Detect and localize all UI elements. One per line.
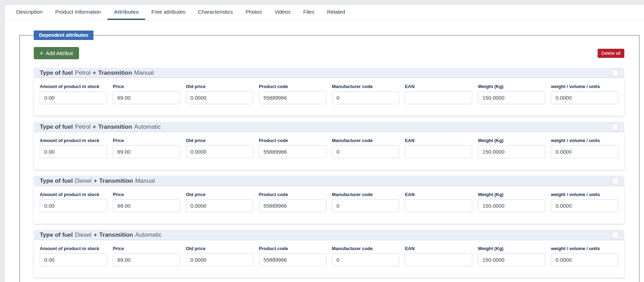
group-trans-value: Manual	[134, 69, 154, 76]
field-label: weight / volume / units	[551, 192, 618, 197]
field-input[interactable]	[332, 199, 399, 212]
group-select-checkbox[interactable]	[612, 124, 618, 130]
field-input[interactable]	[478, 253, 545, 266]
tab-characteristics[interactable]: Characteristics	[192, 5, 239, 20]
field-label: Weight (Kg)	[478, 246, 545, 251]
field-label: Old price	[186, 246, 253, 251]
field: Old price	[186, 84, 253, 104]
field-input[interactable]	[551, 91, 618, 104]
field-input[interactable]	[113, 145, 180, 158]
field-input[interactable]	[405, 199, 472, 212]
field-input[interactable]	[40, 253, 107, 266]
group-fuel-value: Diesel	[75, 231, 91, 239]
field-input[interactable]	[405, 253, 472, 266]
field-input[interactable]	[405, 145, 472, 158]
group-select-checkbox[interactable]	[612, 178, 618, 184]
attribute-group: Type of fuel Diesel + Transmition Manual…	[34, 176, 624, 224]
group-fuel-value: Petrol	[75, 69, 90, 76]
group-select-checkbox[interactable]	[612, 232, 618, 238]
tab-videos[interactable]: Videos	[268, 5, 297, 20]
field-label: Price	[113, 138, 180, 143]
field-input[interactable]	[40, 199, 107, 212]
field-input[interactable]	[113, 199, 180, 212]
group-trans-value: Manual	[135, 177, 155, 184]
field: Manufacturer code	[332, 138, 399, 158]
field-input[interactable]	[478, 145, 545, 158]
field: Old price	[186, 246, 253, 266]
delete-all-button[interactable]: Delete all	[598, 49, 624, 58]
group-fields: Amount of product in stock Price Old pri…	[34, 78, 624, 116]
add-attribute-button[interactable]: + Add Attribut	[34, 47, 79, 59]
field: Manufacturer code	[332, 246, 399, 266]
panel-legend: Dependent attributes	[34, 31, 93, 40]
field-label: Manufacturer code	[332, 138, 399, 143]
field: Old price	[186, 138, 253, 158]
field-input[interactable]	[259, 253, 326, 266]
field-input[interactable]	[186, 91, 253, 104]
group-trans-label: Transmition	[98, 69, 132, 76]
field-label: Manufacturer code	[332, 192, 399, 197]
field-input[interactable]	[186, 199, 253, 212]
field: Weight (Kg)	[478, 84, 545, 104]
field: Product code	[259, 246, 326, 266]
field-label: weight / volume / units	[551, 138, 618, 143]
field-input[interactable]	[186, 145, 253, 158]
field-input[interactable]	[40, 91, 107, 104]
field-input[interactable]	[186, 253, 253, 266]
field-input[interactable]	[113, 91, 180, 104]
group-fields: Amount of product in stock Price Old pri…	[34, 240, 624, 278]
attribute-group: Type of fuel Petrol + Transmition Automa…	[34, 122, 624, 170]
group-trans-value: Automatic	[135, 231, 162, 239]
field-input[interactable]	[113, 253, 180, 266]
tab-free-attributes[interactable]: Free attributes	[145, 5, 192, 20]
field: weight / volume / units	[551, 246, 618, 266]
field-input[interactable]	[40, 145, 107, 158]
field-label: Amount of product in stock	[40, 84, 107, 89]
field-label: Weight (Kg)	[478, 138, 545, 143]
tab-product-information[interactable]: Product Information	[49, 5, 108, 20]
groups-container: Type of fuel Petrol + Transmition Manual…	[34, 68, 624, 278]
add-attribute-label: Add Attribut	[46, 50, 73, 56]
field-label: Old price	[186, 138, 253, 143]
field-input[interactable]	[332, 91, 399, 104]
field-input[interactable]	[478, 91, 545, 104]
tab-description[interactable]: Description	[10, 5, 49, 20]
field: Price	[113, 246, 180, 266]
tab-files[interactable]: Files	[297, 5, 321, 20]
field-input[interactable]	[259, 145, 326, 158]
group-fuel-label: Type of fuel	[40, 177, 73, 184]
field-label: Product code	[259, 192, 326, 197]
tab-attributes[interactable]: Attributes	[108, 5, 145, 20]
group-trans-value: Automatic	[134, 123, 161, 130]
field: Amount of product in stock	[40, 84, 107, 104]
field: EAN	[405, 138, 472, 158]
group-fuel-value: Petrol	[75, 123, 90, 130]
field-input[interactable]	[478, 199, 545, 212]
field-input[interactable]	[551, 145, 618, 158]
tab-related[interactable]: Related	[321, 5, 352, 20]
field-input[interactable]	[551, 253, 618, 266]
field: weight / volume / units	[551, 138, 618, 158]
group-trans-label: Transmition	[99, 231, 133, 239]
field-input[interactable]	[259, 91, 326, 104]
group-fields: Amount of product in stock Price Old pri…	[34, 132, 624, 170]
field: Product code	[259, 138, 326, 158]
field: Old price	[186, 192, 253, 212]
field-label: Price	[113, 192, 180, 197]
field: weight / volume / units	[551, 192, 618, 212]
tab-photos[interactable]: Photos	[239, 5, 268, 20]
attribute-group-header: Type of fuel Diesel + Transmition Manual	[34, 176, 624, 186]
attribute-group-header: Type of fuel Petrol + Transmition Automa…	[34, 122, 624, 132]
field-input[interactable]	[259, 199, 326, 212]
field-label: Amount of product in stock	[40, 138, 107, 143]
field-input[interactable]	[551, 199, 618, 212]
field-label: Product code	[259, 84, 326, 89]
group-select-checkbox[interactable]	[612, 70, 618, 76]
field: Amount of product in stock	[40, 138, 107, 158]
field: Price	[113, 84, 180, 104]
field-input[interactable]	[332, 253, 399, 266]
field-label: Weight (Kg)	[478, 84, 545, 89]
field-label: Old price	[186, 84, 253, 89]
field-input[interactable]	[332, 145, 399, 158]
field-input[interactable]	[405, 91, 472, 104]
